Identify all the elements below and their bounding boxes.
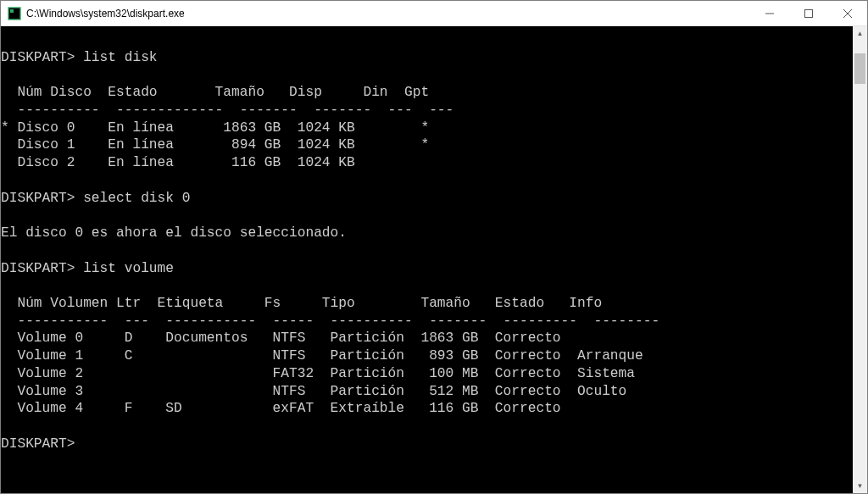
scroll-thumb[interactable]	[854, 53, 865, 84]
scroll-up-icon[interactable]: ▲	[853, 26, 867, 41]
scrollbar[interactable]: ▲ ▼	[853, 26, 867, 493]
app-icon	[8, 7, 21, 20]
svg-rect-3	[805, 9, 813, 17]
diskpart-window: C:\Windows\system32\diskpart.exe DISKPAR…	[0, 0, 868, 494]
terminal-output[interactable]: DISKPART> list disk Núm Disco Estado Tam…	[1, 26, 853, 493]
minimize-button[interactable]	[750, 1, 789, 25]
window-title: C:\Windows\system32\diskpart.exe	[26, 8, 750, 19]
close-button[interactable]	[828, 1, 867, 25]
terminal-area: DISKPART> list disk Núm Disco Estado Tam…	[1, 26, 867, 493]
svg-rect-1	[10, 9, 14, 13]
titlebar[interactable]: C:\Windows\system32\diskpart.exe	[1, 1, 867, 26]
maximize-button[interactable]	[789, 1, 828, 25]
scroll-down-icon[interactable]: ▼	[853, 479, 867, 493]
window-controls	[750, 1, 867, 25]
